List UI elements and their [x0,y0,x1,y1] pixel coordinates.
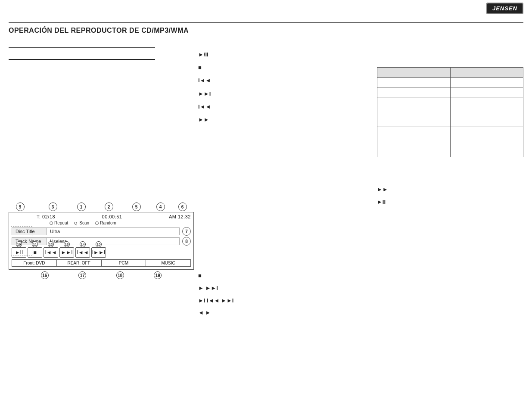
center-line3: ►I I◄◄ ►►I [198,296,336,305]
table-cell [450,87,523,97]
bubble-12: 12 [48,241,54,247]
page-title: OPERACIÓN DEL REPRODUCTOR DE CD/MP3/WMA [9,27,189,34]
table-cell [377,142,451,157]
table-cell [450,127,523,142]
bubble-4: 4 [156,202,165,211]
center-text-section: ■ ► ►►I ►I I◄◄ ►►I ◄ ► [198,271,336,321]
repeat-circle [50,221,53,225]
table-cell [450,107,523,117]
status-front: Front: DVD [12,260,57,266]
btn-stop-panel[interactable]: ■ [28,247,42,258]
bubble-11: 11 [32,241,38,247]
top-rule [9,22,523,23]
table-cell [450,78,523,87]
clock-time: AM 12:32 [169,214,191,219]
transport-btn-10-wrap: 10 ►II [12,247,26,258]
bubble-18: 18 [116,271,124,279]
center-line1: ■ [198,271,336,280]
stop-symbol: ■ [198,64,210,72]
ff-symbol: ►► [198,116,210,124]
table-cell [377,127,451,142]
col-header-1 [377,68,451,78]
bottom-bubbles-row: 16 17 18 19 [9,270,194,279]
table-cell [377,78,451,87]
mode-row: Repeat Q Scan Random [25,221,191,225]
table-row [377,142,523,157]
rew-symbol: I◄◄ [198,103,211,111]
bubble-5: 5 [132,202,141,211]
mode-repeat: Repeat [50,221,68,225]
logo-badge: JENSEN [486,3,523,14]
mode-scan: Q Scan [74,221,89,225]
panel-box: T: 02/18 00:00:51 AM 12:32 Repeat Q Scan… [9,212,194,270]
transport-btn-14-wrap: 14 I◄◄ [75,247,90,258]
bubble-13: 13 [64,241,70,247]
ctrl-next: ►►I [198,90,284,98]
left-text-line7 [9,103,155,111]
ctrl-ff: ►► [198,116,284,124]
disc-title-row: Disc Title Ultra 7 [12,227,191,236]
elapsed-time: 00:00:51 [102,214,122,219]
ctrl-play-pause: ►/II [198,51,284,59]
bubble-9: 9 [16,202,25,211]
btn-prev-panel[interactable]: I◄◄ [44,247,58,258]
controls-list: ►/II ■ I◄◄ ►►I I◄◄ ►► [198,51,284,129]
table-row [377,87,523,97]
bubble-7: 7 [182,227,191,236]
bubble-3: 3 [49,202,57,211]
table-row [377,78,523,87]
random-circle [95,221,99,225]
status-row: Front: DVD REAR: OFF PCM MUSIC [12,259,191,267]
next-symbol: ►►I [198,90,211,98]
prev-symbol: I◄◄ [198,77,211,84]
table-cell [450,97,523,107]
bubble-16: 16 [41,271,49,279]
left-text-block [9,47,155,112]
scan-label: Scan [79,221,89,225]
right-text-section: ►► ►II [377,185,523,210]
col-header-2 [450,68,523,78]
status-music: MUSIC [146,260,190,266]
display-panel-wrapper: 9 3 1 2 5 4 6 T: 02/18 00:00:51 AM 12:32… [9,202,194,279]
right-table-wrap [377,67,523,157]
table-cell [377,97,451,107]
disc-title-value: Ultra [47,228,179,235]
center-line4: ◄ ► [198,308,336,318]
transport-btn-11-wrap: 11 ■ [28,247,42,258]
btn-rew-panel[interactable]: I◄◄ [75,247,90,258]
btn-play-pause-panel[interactable]: ►II [12,247,26,258]
ctrl-rew: I◄◄ [198,103,284,111]
bubble-17: 17 [78,271,86,279]
table-row [377,107,523,117]
logo-area: JENSEN [486,5,523,12]
random-label: Random [100,221,116,225]
table-row [377,97,523,107]
left-text-line4 [9,78,155,86]
btn-ff-panel[interactable]: I►►I [91,247,106,258]
table-row [377,117,523,127]
right-table [377,67,523,157]
bubble-19: 19 [154,271,162,279]
left-text-line5 [9,87,155,94]
table-row [377,127,523,142]
table-cell [377,87,451,97]
right-text-line2: ►II [377,198,523,207]
scan-icon: Q [74,221,77,225]
table-cell [450,117,523,127]
table-cell [377,117,451,127]
btn-next-panel[interactable]: ►►I [59,247,74,258]
left-text-line2 [9,62,155,69]
center-line2: ► ►►I [198,284,336,293]
bubble-6: 6 [178,202,187,211]
left-text-line3 [9,70,155,77]
left-text-line1 [9,50,155,57]
bubble-1: 1 [77,202,86,211]
repeat-label: Repeat [54,221,68,225]
right-text-line1: ►► [377,185,523,194]
track-time: T: 02/18 [37,214,55,219]
table-cell [450,142,523,157]
ctrl-prev: I◄◄ [198,77,284,84]
table-cell [377,107,451,117]
bubble-8: 8 [182,237,191,246]
ctrl-stop: ■ [198,64,284,72]
